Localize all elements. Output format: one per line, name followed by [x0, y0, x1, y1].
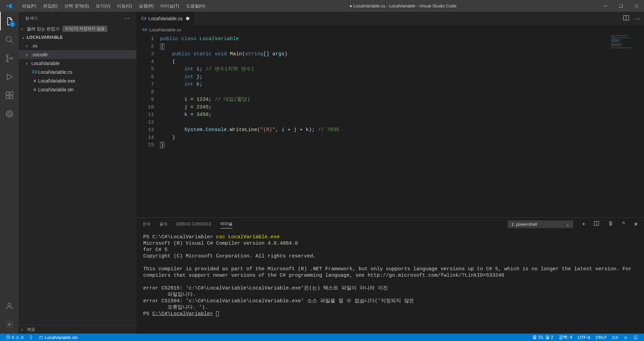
project-label: LOCALVARIABLE: [27, 35, 63, 40]
panel: 문제 출력 DEBUG CONSOLE 터미널 1: powershell⌄ +…: [136, 217, 644, 334]
extensions-icon[interactable]: [0, 86, 19, 104]
test-icon[interactable]: [0, 104, 19, 123]
menu-view[interactable]: 보기(V): [92, 3, 114, 9]
status-language[interactable]: C#: [610, 335, 621, 340]
folder-icon: 🗀: [39, 335, 43, 340]
panel-tab-problems[interactable]: 문제: [143, 220, 151, 228]
panel-tabs: 문제 출력 DEBUG CONSOLE 터미널 1: powershell⌄ +…: [136, 218, 644, 230]
panel-tab-output[interactable]: 출력: [159, 220, 167, 228]
explorer-icon[interactable]: 1: [0, 12, 19, 30]
close-button[interactable]: [628, 0, 644, 12]
status-line-col[interactable]: 줄 15, 열 2: [530, 334, 556, 340]
svg-line-3: [10, 41, 13, 43]
status-indent[interactable]: 공백: 4: [556, 334, 575, 340]
menu-go[interactable]: 이동(G): [114, 3, 135, 9]
outline-section[interactable]: › 개요: [19, 325, 136, 334]
activity-bar: 1: [0, 12, 19, 334]
panel-tab-terminal[interactable]: 터미널: [220, 220, 233, 228]
minimap[interactable]: [611, 35, 638, 49]
code-editor[interactable]: 123456789101112131415 public class Local…: [136, 34, 644, 217]
error-icon: ⓧ: [6, 334, 10, 340]
svg-point-6: [10, 57, 12, 59]
project-section[interactable]: ⌄ LOCALVARIABLE: [19, 33, 136, 41]
editor-area: C# LocalVariable.cs ⋯ C# LocalVariable.c…: [136, 12, 644, 334]
tree-folder-vscode[interactable]: ›.vscode: [19, 50, 136, 59]
menu-help[interactable]: 도움말(H): [183, 3, 209, 9]
unsaved-badge: 1이(가) 저장되지 않음: [62, 26, 107, 32]
terminal-output[interactable]: PS C:\C#\LocalVariable> csc LocalVariabl…: [136, 230, 644, 334]
line-numbers: 123456789101112131415: [136, 34, 160, 217]
svg-point-18: [8, 323, 10, 326]
open-editors-label: 열려 있는 편집기: [27, 26, 60, 32]
warning-icon: ⚠: [16, 335, 20, 340]
status-errors[interactable]: ⓧ0⚠0: [3, 334, 26, 340]
open-editors-section[interactable]: › 열려 있는 편집기 1이(가) 저장되지 않음: [19, 25, 136, 33]
status-bar: ⓧ0⚠0 🗀LocalVariable.sln 줄 15, 열 2 공백: 4 …: [0, 334, 644, 341]
status-notifications-icon[interactable]: [631, 335, 641, 340]
close-panel-icon[interactable]: ✕: [634, 221, 638, 227]
svg-rect-7: [6, 92, 9, 95]
svg-rect-1: [619, 4, 622, 7]
tab-localvariable-cs[interactable]: C# LocalVariable.cs: [136, 12, 194, 25]
new-terminal-icon[interactable]: +: [582, 221, 585, 227]
menu-file[interactable]: 파일(F): [19, 3, 40, 9]
tree-file-cs[interactable]: C#LocalVariable.cs: [19, 68, 136, 76]
svg-point-12: [8, 112, 11, 115]
title-bar: 파일(F) 편집(E) 선택 영역(S) 보기(V) 이동(G) 실행(R) 터…: [0, 0, 644, 12]
svg-rect-8: [6, 96, 9, 99]
source-control-icon[interactable]: [0, 49, 19, 67]
search-icon[interactable]: [0, 30, 19, 49]
modified-indicator-icon: [186, 17, 189, 20]
minimize-button[interactable]: [597, 0, 613, 12]
terminal-selector[interactable]: 1: powershell⌄: [508, 220, 573, 228]
status-encoding[interactable]: UTF-8: [575, 335, 593, 340]
svg-point-5: [6, 60, 8, 61]
maximize-button[interactable]: [613, 0, 628, 12]
menu-terminal[interactable]: 터미널(T): [157, 3, 183, 9]
sidebar-title: 탐색기: [25, 16, 38, 21]
status-ports-icon[interactable]: [26, 335, 36, 340]
window-title: ● LocalVariable.cs - LocalVariable - Vis…: [209, 3, 597, 8]
editor-more-icon[interactable]: ⋯: [635, 16, 641, 22]
csharp-file-icon: C#: [143, 28, 147, 32]
svg-rect-9: [10, 96, 13, 99]
maximize-panel-icon[interactable]: ^: [622, 221, 625, 227]
svg-point-17: [8, 303, 11, 306]
file-icon: ≡: [31, 87, 38, 92]
tree-file-exe[interactable]: ≡LocalVariable.exe: [19, 76, 136, 85]
csharp-file-icon: C#: [31, 70, 38, 74]
tab-label: LocalVariable.cs: [148, 16, 183, 21]
status-feedback-icon[interactable]: ☺: [621, 335, 631, 340]
status-solution[interactable]: 🗀LocalVariable.sln: [36, 335, 80, 340]
run-debug-icon[interactable]: [0, 67, 19, 86]
sidebar: 탐색기 ⋯ › 열려 있는 편집기 1이(가) 저장되지 않음 ⌄ LOCALV…: [19, 12, 136, 334]
tree-file-sln[interactable]: ≡LocalVariable.sln: [19, 85, 136, 94]
file-icon: ≡: [31, 78, 38, 84]
chevron-down-icon: ⌄: [566, 222, 570, 227]
tree-folder-vs[interactable]: ›.vs: [19, 41, 136, 50]
code-content[interactable]: public class LocalVariable { public stat…: [160, 34, 644, 217]
breadcrumb[interactable]: C# LocalVariable.cs: [136, 25, 644, 34]
split-editor-icon[interactable]: [623, 15, 629, 22]
menu-run[interactable]: 실행(R): [135, 3, 157, 9]
svg-rect-0: [604, 6, 607, 6]
accounts-icon[interactable]: [0, 297, 19, 315]
svg-rect-10: [10, 92, 13, 95]
split-terminal-icon[interactable]: [594, 221, 599, 227]
svg-point-2: [6, 36, 11, 41]
settings-icon[interactable]: [0, 315, 19, 334]
menu-bar: 파일(F) 편집(E) 선택 영역(S) 보기(V) 이동(G) 실행(R) 터…: [19, 3, 209, 9]
sidebar-more-icon[interactable]: ⋯: [124, 14, 130, 22]
csharp-file-icon: C#: [141, 16, 146, 21]
menu-selection[interactable]: 선택 영역(S): [61, 3, 92, 9]
menu-edit[interactable]: 편집(E): [40, 3, 61, 9]
tab-bar: C# LocalVariable.cs ⋯: [136, 12, 644, 25]
svg-point-4: [6, 55, 8, 56]
explorer-badge: 1: [10, 22, 15, 27]
tree-folder-localvariable[interactable]: ›LocalVariable: [19, 59, 136, 68]
panel-tab-debug-console[interactable]: DEBUG CONSOLE: [176, 220, 212, 228]
kill-terminal-icon[interactable]: [608, 221, 613, 227]
vscode-logo-icon: [0, 3, 19, 9]
status-eol[interactable]: CRLF: [593, 335, 610, 340]
